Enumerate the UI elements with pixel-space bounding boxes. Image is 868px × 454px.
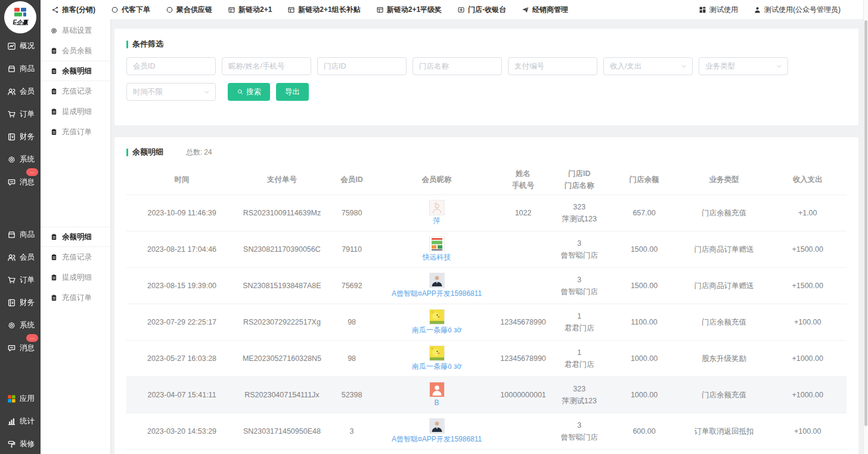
sidebar-item[interactable]: ¥财务 — [0, 125, 41, 148]
topnav-item[interactable]: 推客(分销) — [51, 5, 95, 15]
topnav-item[interactable]: 新链动2+1组长补贴 — [287, 5, 360, 15]
balance-detail-panel: 余额明细 总数:24 时间支付单号会员ID会员昵称姓名手机号门店ID门店名称门店… — [114, 137, 858, 454]
cell-member-nickname: A曾智聪¤APP开发15986811 — [377, 418, 497, 444]
sidebar-item[interactable]: 消息... — [0, 171, 41, 193]
cell-income-expense: +1000.00 — [768, 353, 846, 365]
store-id-input[interactable] — [317, 57, 407, 75]
sidebar-item[interactable]: 订单 — [0, 268, 41, 291]
stats-icon — [7, 417, 16, 426]
doc-icon — [50, 254, 58, 261]
cell-store-balance: 1500.00 — [609, 243, 679, 255]
submenu-item[interactable]: 余额明细 — [41, 227, 110, 247]
app-logo[interactable]: E企赢 — [4, 1, 36, 33]
business-type-select-value: 业务类型 — [705, 61, 735, 72]
submenu-item[interactable]: 会员余额 — [41, 41, 110, 61]
cell-store-balance: 1000.00 — [609, 353, 679, 365]
share-icon — [51, 6, 59, 14]
topnav-item[interactable]: 经销商管理 — [522, 5, 568, 15]
topnav-item[interactable]: 门店-收银台 — [457, 5, 506, 15]
member-nickname-link[interactable]: A曾智聪¤APP开发15986811 — [392, 289, 482, 299]
doc-icon — [50, 294, 58, 302]
sidebar-item-label: 统计 — [20, 416, 35, 427]
table-row[interactable]: 2023-04-07 15:41:11RS20230407154111Jx523… — [126, 376, 847, 413]
plane-icon — [522, 6, 529, 14]
submenu-item[interactable]: 充值订单 — [41, 122, 110, 142]
workspace-switcher[interactable]: 测试使用 — [699, 5, 738, 15]
cell-store-balance: 1000.00 — [609, 389, 679, 401]
user-account[interactable]: 测试使用(公众号管理员) — [754, 5, 841, 15]
sidebar-item[interactable]: 会员 — [0, 246, 41, 268]
table-row[interactable]: 3 — [126, 449, 847, 454]
finance-icon: ¥ — [7, 132, 16, 141]
table-row[interactable]: 2023-05-27 16:03:28ME20230527160328N598南… — [126, 340, 847, 376]
search-button[interactable]: 搜索 — [228, 83, 270, 101]
topnav-item[interactable]: 新链动2+1平级奖 — [376, 5, 442, 15]
sidebar-item[interactable]: 应用 — [0, 387, 41, 410]
sidebar-item-label: 财务 — [20, 298, 35, 308]
user-account-label: 测试使用(公众号管理员) — [764, 5, 841, 15]
member-nickname-link[interactable]: B — [435, 399, 439, 408]
nickname-name-phone-input[interactable] — [222, 57, 311, 75]
sidebar-item[interactable]: 系统 — [0, 148, 41, 171]
sidebar-item[interactable]: ¥财务 — [0, 291, 41, 314]
top-nav: 推客(分销)代客下单聚合供应链新链动2+1新链动2+1组长补贴新链动2+1平级奖… — [41, 5, 568, 15]
sidebar-item-label: 消息 — [20, 177, 35, 187]
sidebar-item[interactable]: 消息... — [0, 336, 41, 359]
topnav-item[interactable]: 代客下单 — [111, 5, 150, 15]
member-nickname-link[interactable]: 萍 — [433, 217, 441, 226]
member-nickname-link[interactable]: 南瓜一条藤ó зờ — [412, 362, 461, 372]
submenu-item[interactable]: 余额明细 — [41, 61, 110, 81]
table-row[interactable]: 2023-08-21 17:04:46SN230821170390056C791… — [126, 231, 847, 267]
sidebar-item[interactable]: 商品 — [0, 57, 41, 80]
topnav-item-label: 新链动2+1组长补贴 — [298, 5, 360, 15]
cell-member-id: 3 — [327, 425, 377, 437]
member-avatar — [429, 273, 445, 288]
chevron-down-icon — [776, 63, 783, 70]
income-expense-select[interactable]: 收入/支出 — [603, 57, 693, 75]
business-type-select[interactable]: 业务类型 — [699, 57, 788, 75]
member-nickname-link[interactable]: 南瓜一条藤ó зờ — [412, 326, 461, 335]
scrollbar-thumb[interactable] — [864, 20, 867, 426]
submenu-item-label: 充值订单 — [62, 127, 92, 137]
table-row[interactable]: 2023-10-09 11:46:39RS20231009114639Mz759… — [126, 194, 847, 231]
member-id-input[interactable] — [126, 57, 216, 75]
member-nickname-link[interactable]: 快远科技 — [423, 253, 451, 262]
doc-icon — [50, 233, 58, 241]
cell-store: 3曾智聪门店 — [550, 419, 609, 443]
sidebar-item[interactable]: 概况 — [0, 35, 41, 57]
sidebar-item[interactable]: 统计 — [0, 410, 41, 433]
cell-member-nickname: 南瓜一条藤ó зờ — [377, 345, 497, 372]
export-button[interactable]: 导出 — [276, 83, 309, 101]
time-range-select[interactable]: 时间不限 — [126, 83, 216, 101]
topnav-item[interactable]: 聚合供应链 — [166, 5, 212, 15]
sidebar-item[interactable]: 商品 — [0, 223, 41, 246]
member-nickname-link[interactable]: A曾智聪¤APP开发15986811 — [392, 435, 482, 444]
submenu-item[interactable]: 充值记录 — [41, 81, 110, 101]
doc-icon — [50, 88, 58, 95]
form-icon — [287, 6, 295, 14]
search-icon — [237, 88, 244, 95]
cell-business-type: 门店余额充值 — [680, 316, 769, 328]
chevron-down-icon — [680, 63, 687, 70]
store-name-input[interactable] — [413, 57, 502, 75]
sidebar-item[interactable]: 系统 — [0, 314, 41, 336]
table-row[interactable]: 2023-07-29 22:25:17RS20230729222517Xg98南… — [126, 304, 847, 340]
submenu-item[interactable]: 提成明细 — [41, 101, 110, 122]
table-row[interactable]: 2023-08-15 19:39:00SN2308151938487A8E756… — [126, 267, 847, 304]
topnav-item-label: 代客下单 — [122, 5, 150, 15]
submenu-item[interactable]: 提成明细 — [41, 267, 110, 288]
export-button-label: 导出 — [285, 87, 300, 97]
sidebar-item[interactable]: 订单 — [0, 103, 41, 125]
sidebar-item[interactable]: 会员 — [0, 80, 41, 103]
payment-no-input[interactable] — [508, 57, 597, 75]
sidebar-item[interactable]: 装修 — [0, 433, 41, 454]
submenu-item[interactable]: 充值订单 — [41, 288, 110, 308]
list-title: 余额明细 — [132, 147, 163, 157]
submenu-item[interactable]: 基础设置 — [41, 20, 110, 41]
svg-text:¥: ¥ — [11, 301, 14, 305]
submenu-item[interactable]: 充值记录 — [41, 247, 110, 267]
doc-icon — [50, 47, 58, 55]
topnav-item[interactable]: 新链动2+1 — [228, 5, 272, 15]
table-row[interactable]: 2023-03-20 14:53:29SN2303171450950E483A曾… — [126, 413, 847, 449]
vertical-scrollbar[interactable] — [863, 0, 868, 454]
